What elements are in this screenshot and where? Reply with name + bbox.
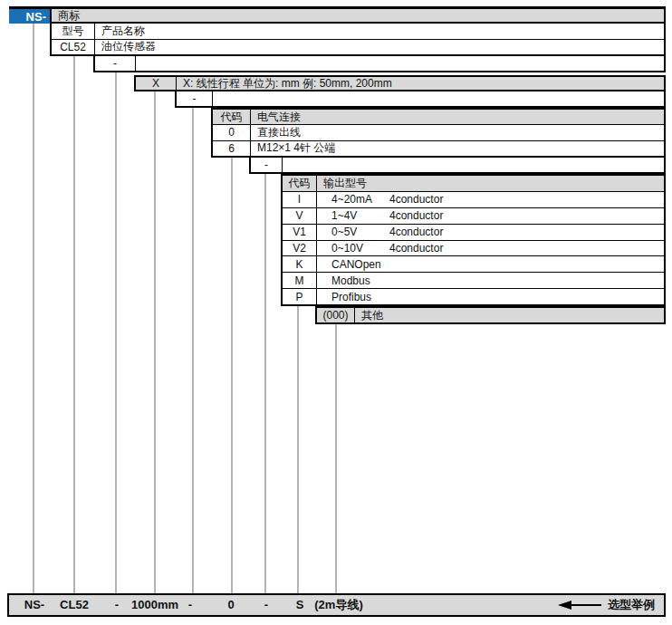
connector-line: [73, 56, 75, 593]
output-header-code: 代码: [283, 176, 317, 191]
output-header-label: 输出型号: [317, 176, 664, 191]
table-row: M Modbus: [283, 273, 664, 289]
connector-line: [297, 306, 299, 593]
example-note: 选型举例: [608, 597, 655, 613]
connector-line: [192, 108, 194, 593]
other-code: (000): [317, 308, 355, 322]
electrical-code: 0: [213, 125, 251, 139]
model-table: 型号 产品名称 CL52 油位传感器: [50, 22, 666, 56]
model-header-code: 型号: [52, 24, 95, 39]
table-row: P Profibus: [283, 289, 664, 304]
output-signal: Modbus: [331, 274, 389, 287]
table-row: V 1~4V4conductor: [283, 208, 664, 225]
table-row: 0 直接出线: [213, 125, 664, 140]
dash-cell: -: [177, 91, 213, 106]
example-token: -: [115, 595, 119, 615]
arrow-tail: [571, 604, 601, 606]
example-bar: NS- CL52 - 1000mm - 0 - S (2m导线) 选型举例: [7, 593, 666, 617]
output-label: Modbus: [317, 273, 664, 288]
example-token: S: [296, 595, 304, 615]
output-code: I: [283, 192, 317, 207]
trademark-label: 商标: [52, 9, 664, 22]
table-row: K CANOpen: [283, 256, 664, 273]
output-suffix: 4conductor: [389, 226, 443, 238]
connector-line: [115, 72, 117, 593]
output-suffix: 4conductor: [389, 209, 443, 222]
model-code: CL52: [52, 40, 95, 55]
model-header-name: 产品名称: [95, 24, 664, 39]
dash-row-3: -: [249, 156, 666, 174]
example-token: 1000mm: [131, 595, 178, 615]
example-token: NS-: [24, 595, 44, 615]
output-code: V: [283, 208, 317, 224]
output-code: K: [283, 256, 317, 272]
output-label: 0~5V4conductor: [317, 225, 664, 240]
example-token: (2m导线): [314, 595, 362, 615]
dash-row-1: -: [93, 54, 666, 72]
output-signal: 0~5V: [331, 226, 389, 238]
brand-box: NS-: [9, 7, 50, 24]
output-suffix: 4conductor: [389, 242, 443, 255]
output-label: Profibus: [317, 289, 664, 304]
connector-line: [33, 24, 34, 593]
dash-row-2: -: [175, 90, 666, 108]
table-header-row: 代码 电气连接: [213, 110, 664, 125]
model-name: 油位传感器: [95, 40, 664, 55]
output-label: 4~20mA4conductor: [317, 192, 664, 207]
example-token: 0: [227, 595, 234, 615]
table-row: V2 0~10V4conductor: [283, 241, 664, 257]
electrical-table: 代码 电气连接 0 直接出线 6 M12×1 4针 公端: [211, 108, 666, 158]
output-code: P: [283, 289, 317, 304]
dash-cell: -: [251, 158, 283, 172]
electrical-code: 6: [213, 141, 251, 156]
empty-cell: [136, 56, 664, 71]
table-row: 型号 产品名称: [52, 24, 664, 40]
output-code: V1: [283, 225, 317, 240]
electrical-label: 直接出线: [251, 125, 664, 139]
table-header-row: 代码 输出型号: [283, 176, 664, 192]
dash-cell: -: [95, 56, 136, 71]
connector-line: [231, 158, 233, 593]
electrical-header-label: 电气连接: [251, 110, 664, 124]
stroke-desc: X: 线性行程 单位为: mm 例: 50mm, 200mm: [177, 77, 664, 90]
output-signal: 4~20mA: [331, 193, 389, 206]
example-token: -: [188, 595, 192, 615]
output-code: V2: [283, 241, 317, 256]
table-row: 6 M12×1 4针 公端: [213, 141, 664, 156]
table-row: CL52 油位传感器: [52, 40, 664, 55]
stroke-code: X: [136, 77, 177, 90]
electrical-header-code: 代码: [213, 110, 251, 124]
output-signal: CANOpen: [331, 258, 389, 271]
output-label: CANOpen: [317, 256, 664, 272]
output-signal: 0~10V: [331, 242, 389, 255]
example-pointer: 选型举例: [558, 595, 655, 615]
connector-line: [154, 91, 156, 593]
left-arrow-icon: [558, 601, 571, 610]
electrical-label: M12×1 4针 公端: [251, 141, 664, 156]
connector-line: [335, 324, 337, 593]
output-suffix: 4conductor: [389, 193, 443, 206]
ordering-guide-diagram: NS- 商标 型号 产品名称 CL52 油位传感器 - X X: 线性行程 单位…: [0, 0, 672, 625]
connector-line: [264, 174, 266, 593]
output-signal: 1~4V: [331, 209, 389, 222]
output-table: 代码 输出型号 I 4~20mA4conductor V 1~4V4conduc…: [281, 174, 666, 306]
output-signal: Profibus: [331, 291, 389, 303]
example-token: -: [264, 595, 268, 615]
other-row: (000) 其他: [315, 306, 666, 324]
table-row: I 4~20mA4conductor: [283, 192, 664, 208]
output-label: 0~10V4conductor: [317, 241, 664, 256]
example-token: CL52: [60, 595, 89, 615]
empty-cell: [213, 91, 664, 106]
output-label: 1~4V4conductor: [317, 208, 664, 224]
table-row: V1 0~5V4conductor: [283, 225, 664, 241]
output-code: M: [283, 273, 317, 288]
other-label: 其他: [355, 308, 664, 322]
empty-cell: [283, 158, 664, 172]
